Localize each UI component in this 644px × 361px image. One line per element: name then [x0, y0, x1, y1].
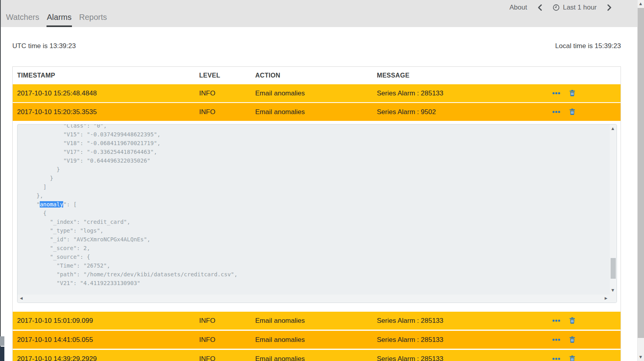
local-time-label: Local time is 15:39:23	[555, 42, 621, 50]
action-cell: Email anomalies	[255, 355, 377, 361]
tab-watchers[interactable]: Watchers	[6, 13, 40, 27]
alarm-row[interactable]: 2017-10-10 15:25:48.4848INFOEmail anomal…	[13, 84, 621, 102]
ellipsis-icon	[553, 92, 555, 94]
delete-alarm-button[interactable]	[569, 109, 575, 115]
ellipsis-icon	[553, 320, 555, 322]
action-cell: Email anomalies	[255, 89, 377, 97]
scroll-down-icon[interactable]: ▼	[611, 289, 614, 292]
ellipsis-icon	[553, 339, 555, 341]
level-cell: INFO	[199, 317, 255, 325]
message-cell: Series Alarm : 285133	[377, 89, 545, 97]
timestamp-cell: 2017-10-10 15:25:48.4848	[17, 89, 199, 97]
message-cell: Series Alarm : 285133	[377, 336, 545, 344]
level-cell: INFO	[199, 108, 255, 116]
time-forward-button[interactable]	[606, 4, 613, 11]
ellipsis-icon	[558, 111, 560, 113]
window-edge-line	[0, 0, 1, 347]
topbar-controls: About Last 1 hour	[510, 0, 613, 15]
ellipsis-icon	[555, 339, 557, 341]
trash-icon	[569, 336, 575, 343]
alarm-rows-top: 2017-10-10 15:25:48.4848INFOEmail anomal…	[13, 84, 621, 121]
trash-icon	[569, 90, 575, 97]
selected-text: anomaly	[40, 201, 63, 208]
action-cell: Email anomalies	[255, 317, 377, 325]
trash-icon	[569, 109, 575, 115]
row-actions	[545, 336, 621, 343]
detail-horizontal-scrollbar[interactable]: ◀ ▶	[17, 295, 610, 303]
utc-time-label: UTC time is 13:39:23	[12, 42, 76, 50]
alarm-row[interactable]: 2017-10-10 14:41:05.055INFOEmail anomali…	[13, 331, 621, 349]
scrollbar-corner	[610, 295, 617, 303]
column-header-level: LEVEL	[199, 72, 255, 79]
column-header-timestamp: TIMESTAMP	[17, 72, 199, 79]
column-header-message: MESSAGE	[377, 72, 545, 79]
delete-alarm-button[interactable]	[569, 355, 575, 361]
column-header-action: ACTION	[255, 72, 377, 79]
ellipsis-icon	[558, 92, 560, 94]
row-actions	[545, 90, 621, 97]
about-link[interactable]: About	[510, 4, 527, 12]
tab-alarms[interactable]: Alarms	[47, 13, 72, 27]
detail-scrollbar-thumb[interactable]	[611, 258, 616, 279]
alarm-rows-bottom: 2017-10-10 15:01:09.099INFOEmail anomali…	[13, 312, 621, 361]
ellipsis-icon	[555, 358, 557, 360]
scroll-left-icon[interactable]: ◀	[20, 297, 23, 300]
page-scroll-up-icon[interactable]: ▲	[639, 2, 642, 6]
row-actions	[545, 109, 621, 115]
chevron-left-icon	[537, 4, 542, 11]
alarm-details-button[interactable]	[553, 339, 560, 341]
page-scrollbar-thumb[interactable]	[638, 8, 644, 338]
tab-reports[interactable]: Reports	[79, 13, 107, 27]
scroll-right-icon[interactable]: ▶	[605, 297, 607, 300]
table-header-row: TIMESTAMP LEVEL ACTION MESSAGE	[13, 67, 621, 84]
ellipsis-icon	[558, 339, 560, 341]
alarm-detail-panel: "Class": "0", "V15": "-0.037429944862239…	[17, 124, 617, 303]
message-cell: Series Alarm : 285133	[377, 317, 545, 325]
timestamp-cell: 2017-10-10 14:39:29.2929	[17, 355, 199, 361]
ellipsis-icon	[555, 111, 557, 113]
alarm-row[interactable]: 2017-10-10 15:20:35.3535INFOEmail anomal…	[13, 103, 621, 121]
page-scrollbar[interactable]: ▲ ▼	[637, 0, 644, 361]
trash-icon	[569, 355, 575, 361]
message-cell: Series Alarm : 285133	[377, 355, 545, 361]
alarm-row[interactable]: 2017-10-10 14:39:29.2929INFOEmail anomal…	[13, 350, 621, 361]
alarm-detail-code-area[interactable]: "Class": "0", "V15": "-0.037429944862239…	[17, 124, 610, 295]
action-cell: Email anomalies	[255, 336, 377, 344]
background-window-sliver	[0, 336, 4, 346]
timestamp-cell: 2017-10-10 14:41:05.055	[17, 336, 199, 344]
action-cell: Email anomalies	[255, 108, 377, 116]
ellipsis-icon	[558, 358, 560, 360]
ellipsis-icon	[555, 92, 557, 94]
time-back-button[interactable]	[537, 4, 543, 11]
level-cell: INFO	[199, 89, 255, 97]
time-picker-button[interactable]: Last 1 hour	[553, 4, 597, 12]
alarm-details-button[interactable]	[553, 92, 560, 94]
chevron-right-icon	[607, 4, 612, 11]
alarm-details-button[interactable]	[553, 320, 560, 322]
delete-alarm-button[interactable]	[569, 90, 575, 97]
level-cell: INFO	[199, 355, 255, 361]
delete-alarm-button[interactable]	[569, 336, 575, 343]
ellipsis-icon	[553, 358, 555, 360]
row-actions	[545, 317, 621, 324]
ellipsis-icon	[558, 320, 560, 322]
alarms-table: TIMESTAMP LEVEL ACTION MESSAGE 2017-10-1…	[12, 66, 621, 361]
message-cell: Series Alarm : 9502	[377, 108, 545, 116]
timestamp-cell: 2017-10-10 15:01:09.099	[17, 317, 199, 325]
top-navigation-bar: About Last 1 hour Watchers Alarms Report…	[0, 0, 644, 27]
scroll-up-icon[interactable]: ▲	[611, 127, 614, 130]
detail-vertical-scrollbar[interactable]: ▲ ▼	[610, 124, 617, 295]
alarm-details-button[interactable]	[553, 358, 560, 360]
timestamp-cell: 2017-10-10 15:20:35.3535	[17, 108, 199, 116]
time-range-label: Last 1 hour	[563, 4, 597, 12]
ellipsis-icon	[553, 111, 555, 113]
alarm-details-button[interactable]	[553, 111, 560, 113]
delete-alarm-button[interactable]	[569, 317, 575, 324]
level-cell: INFO	[199, 336, 255, 344]
trash-icon	[569, 317, 575, 324]
ellipsis-icon	[555, 320, 557, 322]
background-window-corner	[0, 347, 4, 361]
alarm-detail-json: "Class": "0", "V15": "-0.037429944862239…	[23, 124, 610, 287]
page-scroll-down-icon[interactable]: ▼	[639, 355, 642, 359]
alarm-row[interactable]: 2017-10-10 15:01:09.099INFOEmail anomali…	[13, 312, 621, 330]
